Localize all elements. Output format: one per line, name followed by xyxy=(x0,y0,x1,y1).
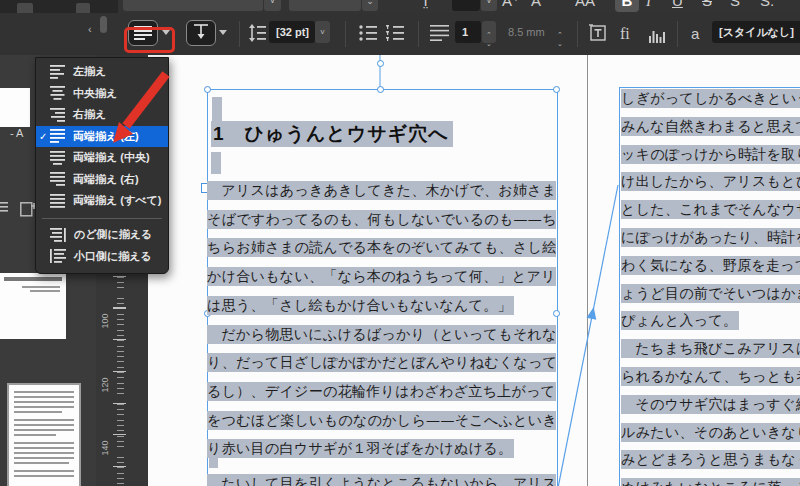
text-line: り、だって日ざしぽかぽかだとぼんやりねむくなってく xyxy=(207,353,556,372)
thread-arrow-icon xyxy=(587,307,597,320)
frame-handle-above[interactable] xyxy=(377,60,384,67)
numbered-list-icon[interactable] xyxy=(386,25,404,41)
text-line: ぴょんと入って。 xyxy=(621,311,739,330)
menu-item-align-away-from-spine[interactable]: 小口側に揃える xyxy=(36,246,168,268)
selected-empty-line xyxy=(211,152,221,174)
align-top-icon xyxy=(194,24,208,40)
selected-empty-line xyxy=(212,97,222,122)
frame-handle[interactable] xyxy=(377,86,384,93)
columns-count-field[interactable]: 1 xyxy=(455,21,481,43)
annotation-highlight-box xyxy=(124,27,175,53)
text-line: け出したから、アリスもとび xyxy=(621,172,800,191)
text-line: ょうど目の前でそいつはかき xyxy=(621,284,800,303)
divider xyxy=(677,21,678,47)
columns-spinner[interactable]: ⌃⌄ xyxy=(482,21,496,43)
text-line: ちらお姉さまの読んでる本をのぞいてみても、さし絵も xyxy=(207,238,556,257)
text-line: ぬけみたいなところに落っこ xyxy=(621,478,800,486)
menu-item-align-toward-spine[interactable]: のど側に揃える xyxy=(36,224,168,246)
text-line: たいして目を引くようなところもないから、アリスに xyxy=(207,474,556,486)
columns-icon xyxy=(430,25,449,41)
text-line: みとどまろうと思うまもなく xyxy=(621,450,800,469)
font-style-chevron-icon[interactable]: v xyxy=(481,0,497,11)
frame-handle[interactable] xyxy=(204,86,211,93)
font-family-chevron-icon[interactable]: v xyxy=(264,0,281,11)
text-thread-line xyxy=(556,185,618,486)
master-page-label: - A xyxy=(10,127,23,139)
menu-item-justify-all[interactable]: 両端揃え (すべて) xyxy=(36,190,168,212)
ruler-label: 140 xyxy=(100,433,110,463)
text-line: ルみたい、そのあといきなり xyxy=(621,423,800,442)
text-frame-options-icon[interactable] xyxy=(589,24,607,42)
page-thumbnail-1[interactable] xyxy=(0,273,66,339)
text-line: とした、これまでそんなウサ xyxy=(621,200,800,219)
divider xyxy=(345,21,346,47)
menu-divider xyxy=(42,218,162,219)
text-line: アリスはあっきあきしてきた、木かげで、お姉さまの xyxy=(207,181,556,200)
bold-button[interactable]: B xyxy=(615,0,639,12)
underline-button[interactable]: U xyxy=(672,0,683,12)
text-line: かけ合いもない、「なら本のねうちって何、」とアリス xyxy=(207,267,556,286)
divider xyxy=(239,21,240,47)
strikethrough-button[interactable]: S xyxy=(702,0,712,12)
font-size-spinner[interactable]: ⌃⌄ xyxy=(362,0,378,11)
leading-icon xyxy=(249,24,266,42)
text-line: だから物思いにふけるばっかり（といってもそれな xyxy=(207,325,556,344)
ruler-label: 120 xyxy=(100,370,110,400)
menu-item-justify-right[interactable]: 両端揃え (右) xyxy=(36,169,168,191)
page-thumbnail-2-selected[interactable] xyxy=(7,383,81,486)
text-line: は思う、「さし絵もかけ合いもないなんて。」 xyxy=(207,296,514,315)
subscript-button[interactable]: S. xyxy=(760,0,774,12)
italic-button[interactable]: I xyxy=(646,0,651,12)
page-thumbnail-partial[interactable] xyxy=(0,88,30,127)
leading-chevron-icon[interactable]: v xyxy=(315,21,330,43)
text-line: わく気になる、野原を走って xyxy=(621,256,800,275)
checkmark-icon: ✓ xyxy=(39,131,47,142)
decrease-font-icon[interactable]: A⁻ xyxy=(531,0,549,12)
text-line: たちまち飛びこみアリスは xyxy=(621,339,800,358)
font-style-select[interactable] xyxy=(452,0,480,11)
gutter-spinner[interactable]: ⌃⌄ xyxy=(553,21,567,43)
panel-tab[interactable] xyxy=(17,3,33,13)
scroll-pill[interactable] xyxy=(100,16,107,33)
paragraph-toolbar: ‹ [32 pt] v xyxy=(0,13,800,56)
text-line: にぽっけがあったり、時計を xyxy=(621,228,800,247)
ruler-label: 100 xyxy=(100,306,110,336)
vertical-justify-chevron-icon[interactable] xyxy=(219,30,227,35)
ligatures-icon[interactable]: fi xyxy=(620,25,630,43)
panel-tab[interactable] xyxy=(76,3,90,13)
leading-value-field[interactable]: [32 pt] xyxy=(269,21,315,43)
font-family-select[interactable] xyxy=(123,0,263,11)
gutter-field[interactable]: 8.5 mm xyxy=(500,21,550,43)
divider xyxy=(418,21,419,47)
increase-font-icon[interactable]: A⁺ xyxy=(502,0,520,12)
vertical-justify-button[interactable] xyxy=(186,20,216,46)
character-style-icon: a xyxy=(691,25,699,42)
text-line: しぎがってしかるべきという xyxy=(621,89,800,108)
bulleted-list-icon[interactable] xyxy=(359,25,377,41)
chapter-heading: 1 ひゅうんとウサギ穴へ xyxy=(211,121,453,147)
text-line: みんな自然きわまると思えて xyxy=(621,117,800,136)
text-line: そのウサギ穴はまっすぐ続 xyxy=(621,395,800,414)
panel-menu-icon[interactable] xyxy=(0,201,8,215)
document-canvas[interactable]: 1 ひゅうんとウサギ穴へ アリスはあっきあきしてきた、木かげで、お姉さまの そば… xyxy=(148,55,800,486)
text-line: られるかなんて、ちっとも考 xyxy=(621,367,800,386)
toolbar-row-top: v ⌃⌄ T̤ v A⁺ A⁻ AA B I U S S˙ S. xyxy=(0,0,800,13)
text-line: ッキのぽっけから時計を取り xyxy=(621,145,800,164)
text-line: るし）、デイジーの花輪作りはわざわざ立ち上がって花 xyxy=(207,382,556,401)
special-character-icon[interactable]: T̤ xyxy=(421,0,430,12)
font-pair-icon[interactable]: AA xyxy=(575,0,595,12)
font-size-field[interactable] xyxy=(289,0,361,11)
divider xyxy=(577,21,578,47)
text-line: り赤い目の白ウサギが１羽そばをかけぬける。 xyxy=(207,439,514,458)
paragraph-style-select[interactable]: [スタイルなし] xyxy=(712,21,800,43)
panel-tabs-stub xyxy=(0,0,118,13)
frame-handle[interactable] xyxy=(553,86,560,93)
text-line: をつむほど楽しいものなのかしら——そこへふといきな xyxy=(207,411,556,430)
superscript-button[interactable]: S˙ xyxy=(730,0,745,12)
collapse-panel-icon[interactable]: ‹ xyxy=(88,23,92,35)
annotation-arrow xyxy=(100,60,180,155)
character-bars-icon[interactable] xyxy=(649,31,665,43)
text-line: そばですわってるのも、何もしないでいるのも——ちら xyxy=(207,210,556,229)
